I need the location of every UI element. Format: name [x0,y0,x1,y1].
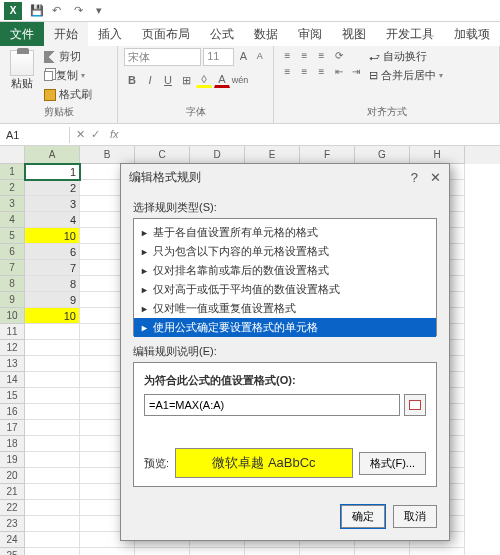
undo-icon[interactable]: ↶ [52,4,66,18]
row-header[interactable]: 1 [0,164,25,180]
underline-button[interactable]: U [160,72,176,88]
rule-type-item[interactable]: ►仅对排名靠前或靠后的数值设置格式 [134,261,436,280]
cell[interactable] [135,548,190,555]
cell[interactable]: 7 [25,260,80,276]
cell[interactable]: 6 [25,244,80,260]
align-bottom-icon[interactable]: ≡ [314,48,329,62]
tab-insert[interactable]: 插入 [88,22,132,46]
range-picker-button[interactable] [404,394,426,416]
cut-button[interactable]: 剪切 [42,48,94,65]
cell[interactable] [410,548,465,555]
cell[interactable] [25,516,80,532]
tab-data[interactable]: 数据 [244,22,288,46]
row-header[interactable]: 24 [0,532,25,548]
column-header[interactable]: G [355,146,410,164]
cell[interactable] [245,548,300,555]
cell[interactable] [25,532,80,548]
row-header[interactable]: 20 [0,468,25,484]
row-header[interactable]: 16 [0,404,25,420]
row-header[interactable]: 25 [0,548,25,555]
row-header[interactable]: 12 [0,340,25,356]
ok-button[interactable]: 确定 [341,505,385,528]
cell[interactable] [80,548,135,555]
bold-button[interactable]: B [124,72,140,88]
save-icon[interactable]: 💾 [30,4,44,18]
cell[interactable] [25,356,80,372]
rule-type-item[interactable]: ►基于各自值设置所有单元格的格式 [134,223,436,242]
cell[interactable]: 1 [25,164,80,180]
tab-view[interactable]: 视图 [332,22,376,46]
column-header[interactable]: A [25,146,80,164]
row-header[interactable]: 4 [0,212,25,228]
row-header[interactable]: 15 [0,388,25,404]
fx-icon[interactable]: fx [106,128,119,141]
shrink-font-icon[interactable]: A [253,48,267,64]
dialog-titlebar[interactable]: 编辑格式规则 ? ✕ [121,164,449,190]
row-header[interactable]: 2 [0,180,25,196]
align-left-icon[interactable]: ≡ [280,64,295,78]
indent-dec-icon[interactable]: ⇤ [331,64,346,78]
column-header[interactable]: B [80,146,135,164]
row-header[interactable]: 9 [0,292,25,308]
border-button[interactable]: ⊞ [178,72,194,88]
cell[interactable] [25,548,80,555]
row-header[interactable]: 21 [0,484,25,500]
font-size-select[interactable]: 11 [203,48,234,66]
align-right-icon[interactable]: ≡ [314,64,329,78]
row-header[interactable]: 3 [0,196,25,212]
select-all-corner[interactable] [0,146,25,164]
rule-type-item[interactable]: ►仅对唯一值或重复值设置格式 [134,299,436,318]
align-center-icon[interactable]: ≡ [297,64,312,78]
enter-formula-icon[interactable]: ✓ [91,128,100,141]
tab-addins[interactable]: 加载项 [444,22,500,46]
cell[interactable] [25,388,80,404]
row-header[interactable]: 8 [0,276,25,292]
row-header[interactable]: 7 [0,260,25,276]
font-name-select[interactable]: 宋体 [124,48,201,66]
cell[interactable] [25,420,80,436]
close-icon[interactable]: ✕ [430,170,441,185]
paste-button[interactable]: 粘贴 [6,48,38,93]
cell[interactable] [300,548,355,555]
cell[interactable]: 8 [25,276,80,292]
cell[interactable] [25,468,80,484]
rule-type-item[interactable]: ►使用公式确定要设置格式的单元格 [134,318,436,337]
row-header[interactable]: 6 [0,244,25,260]
rule-type-list[interactable]: ►基于各自值设置所有单元格的格式►只为包含以下内容的单元格设置格式►仅对排名靠前… [133,218,437,336]
cell[interactable] [25,452,80,468]
copy-button[interactable]: 复制▾ [42,67,94,84]
chevron-down-icon[interactable]: ▾ [96,4,110,18]
indent-inc-icon[interactable]: ⇥ [348,64,363,78]
row-header[interactable]: 22 [0,500,25,516]
merge-center-button[interactable]: ⊟合并后居中▾ [367,67,445,84]
row-header[interactable]: 13 [0,356,25,372]
cell[interactable] [355,548,410,555]
rule-type-item[interactable]: ►仅对高于或低于平均值的数值设置格式 [134,280,436,299]
redo-icon[interactable]: ↷ [74,4,88,18]
row-header[interactable]: 17 [0,420,25,436]
cell[interactable]: 2 [25,180,80,196]
cell[interactable] [25,484,80,500]
phonetic-button[interactable]: wén [232,72,248,88]
orientation-icon[interactable]: ⟳ [331,48,346,62]
cell[interactable] [190,548,245,555]
tab-formulas[interactable]: 公式 [200,22,244,46]
cell[interactable] [25,372,80,388]
cancel-formula-icon[interactable]: ✕ [76,128,85,141]
help-icon[interactable]: ? [411,170,418,185]
wrap-text-button[interactable]: ⮐自动换行 [367,48,445,65]
name-box[interactable]: A1 [0,127,70,143]
fill-color-button[interactable]: ◊ [196,72,212,88]
row-header[interactable]: 18 [0,436,25,452]
cell[interactable] [25,500,80,516]
tab-layout[interactable]: 页面布局 [132,22,200,46]
cell[interactable] [25,404,80,420]
cell[interactable]: 10 [25,228,80,244]
column-header[interactable]: E [245,146,300,164]
column-header[interactable]: D [190,146,245,164]
column-header[interactable]: C [135,146,190,164]
cell[interactable]: 3 [25,196,80,212]
cell[interactable] [25,340,80,356]
column-header[interactable]: H [410,146,465,164]
format-button[interactable]: 格式(F)... [359,452,426,475]
